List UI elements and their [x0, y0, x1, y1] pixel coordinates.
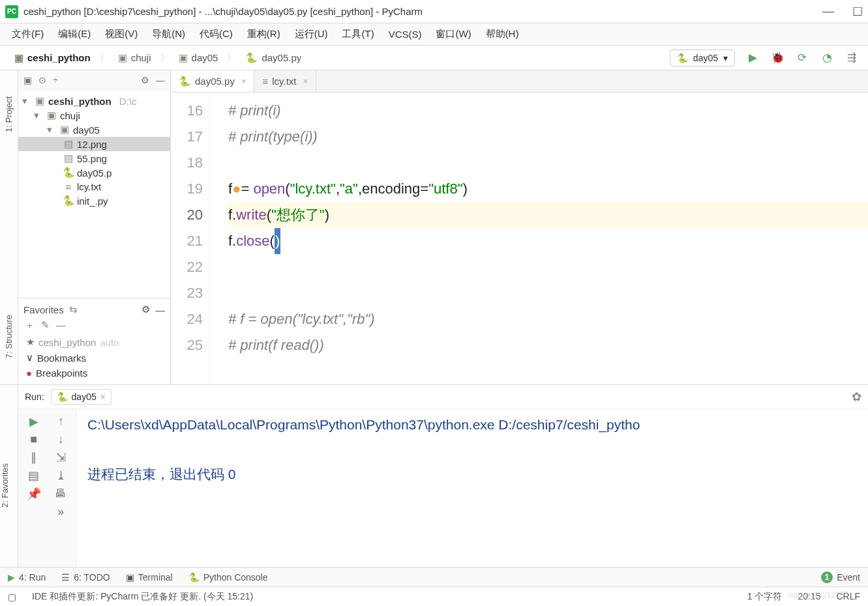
- hide-icon[interactable]: —: [155, 304, 165, 315]
- code-id: f.: [228, 207, 236, 223]
- tree-root[interactable]: ▾▣ ceshi_python D:\c: [18, 94, 170, 108]
- menu-file[interactable]: 文件(F): [12, 28, 44, 40]
- menu-navigate[interactable]: 导航(N): [152, 28, 185, 40]
- breadcrumb-chuji[interactable]: ▣ chuji: [113, 50, 157, 66]
- wrap-icon[interactable]: ⇲: [50, 450, 73, 465]
- menu-vcs[interactable]: VCS(S): [389, 29, 422, 40]
- tree-label: day05: [73, 124, 100, 136]
- tree-dir-day05[interactable]: ▾▣ day05: [18, 123, 170, 137]
- tree-label: 12.png: [77, 139, 107, 150]
- code-editor[interactable]: 16 17 18 19 20 21 22 23 24 25 # print(i)…: [171, 93, 868, 384]
- search-button[interactable]: ⇶: [845, 51, 859, 65]
- code-op: (: [267, 207, 271, 223]
- editor-tab-day05[interactable]: 🐍 day05.py ×: [171, 70, 254, 92]
- breadcrumb-root[interactable]: ▣ ceshi_python: [9, 50, 96, 66]
- breadcrumb-day05[interactable]: ▣ day05: [173, 50, 224, 66]
- favorite-project[interactable]: ★ ceshi_python auto: [23, 334, 165, 350]
- console-output[interactable]: C:\Users\xd\AppData\Local\Programs\Pytho…: [77, 409, 868, 567]
- hide-icon[interactable]: —: [156, 75, 165, 85]
- code-content[interactable]: # print(i) # print(type(i)) f●= open("lc…: [210, 93, 868, 384]
- layout-icon[interactable]: ▤: [22, 469, 46, 483]
- code-str: "utf8": [428, 180, 462, 197]
- close-icon[interactable]: ×: [100, 392, 106, 402]
- tw-todo[interactable]: ☰6: TODO: [61, 572, 110, 583]
- menu-help[interactable]: 帮助(H): [486, 28, 519, 40]
- rail-project[interactable]: 1: Project: [4, 96, 14, 132]
- line-number: 19: [171, 176, 203, 202]
- close-icon[interactable]: ×: [303, 76, 308, 86]
- collapse-icon[interactable]: ÷: [53, 75, 58, 85]
- run-tab[interactable]: 🐍 day05 ×: [51, 389, 112, 405]
- add-favorite-icon[interactable]: ＋: [25, 319, 35, 332]
- line-number: 16: [171, 98, 203, 124]
- python-icon: 🐍: [57, 392, 68, 402]
- tree-file-day05py[interactable]: 🐍day05.p: [18, 166, 170, 180]
- scroll-icon[interactable]: ⊙: [38, 75, 46, 85]
- profile-button[interactable]: ◔: [820, 51, 834, 65]
- close-icon[interactable]: ×: [241, 76, 247, 86]
- menu-bar: 文件(F) 编辑(E) 视图(V) 导航(N) 代码(C) 重构(R) 运行(U…: [0, 23, 868, 46]
- code-kwarg: encoding: [362, 180, 420, 197]
- pin-icon[interactable]: ⇆: [69, 304, 78, 315]
- tree-file-12png[interactable]: ▤12.png: [18, 137, 170, 151]
- tree-file-init[interactable]: 🐍init_.py: [18, 194, 170, 208]
- menu-code[interactable]: 代码(C): [200, 28, 233, 40]
- tw-terminal[interactable]: ▣Terminal: [126, 572, 173, 583]
- run-button[interactable]: ▶: [745, 51, 760, 65]
- editor-tabs: 🐍 day05.py × ≡ lcy.txt ×: [171, 70, 868, 93]
- down-icon[interactable]: ↓: [50, 433, 73, 446]
- editor-area: 🐍 day05.py × ≡ lcy.txt × 16 17 18 19 20 …: [171, 70, 868, 384]
- menu-refactor[interactable]: 重构(R): [247, 28, 280, 40]
- status-square-icon[interactable]: ▢: [8, 592, 16, 602]
- breadcrumb-file[interactable]: 🐍 day05.py: [240, 50, 307, 66]
- debug-button[interactable]: 🐞: [770, 51, 785, 65]
- scroll-end-icon[interactable]: ⤓: [50, 469, 73, 483]
- menu-edit[interactable]: 编辑(E): [58, 28, 91, 40]
- menu-tools[interactable]: 工具(T): [342, 28, 374, 40]
- navigation-bar: ▣ ceshi_python 〉 ▣ chuji 〉 ▣ day05 〉 🐍 d…: [0, 46, 868, 70]
- status-chars: 1 个字符: [747, 591, 783, 603]
- tw-event-log[interactable]: 1 Event: [821, 571, 860, 583]
- code-str: "a": [340, 180, 358, 197]
- pin-icon[interactable]: 📌: [22, 487, 46, 501]
- rerun-icon[interactable]: ▶: [22, 414, 46, 429]
- stop-icon[interactable]: ■: [22, 433, 46, 446]
- gear-icon[interactable]: ✿: [852, 390, 861, 404]
- run-tool-window: 2: Favorites Run: 🐍 day05 × ✿ ▶ ↑ ■ ↓ ∥ …: [0, 384, 868, 567]
- editor-tab-lcytxt[interactable]: ≡ lcy.txt ×: [254, 70, 316, 92]
- more-icon[interactable]: »: [50, 505, 73, 519]
- minimize-button[interactable]: —: [822, 5, 834, 19]
- code-id: f.: [228, 233, 236, 249]
- remove-favorite-icon[interactable]: —: [56, 319, 66, 332]
- editor-tab-label: lcy.txt: [272, 76, 296, 87]
- edit-favorite-icon[interactable]: ✎: [41, 319, 50, 332]
- tree-label: lcy.txt: [77, 181, 101, 192]
- print-icon[interactable]: 🖶: [50, 487, 73, 501]
- folder-icon: ▣: [14, 52, 23, 64]
- tree-dir-chuji[interactable]: ▾▣ chuji: [18, 108, 170, 123]
- menu-view[interactable]: 视图(V): [105, 28, 138, 40]
- select-opened-icon[interactable]: ▣: [23, 75, 32, 85]
- rail-structure[interactable]: 7: Structure: [4, 315, 14, 358]
- tw-run[interactable]: ▶4: Run: [8, 572, 46, 583]
- menu-window[interactable]: 窗口(W): [436, 28, 471, 40]
- gear-icon[interactable]: ⚙: [141, 75, 149, 85]
- code-comment: # print(i): [228, 102, 281, 119]
- tree-file-55png[interactable]: ▤55.png: [18, 151, 170, 166]
- tree-file-lcytxt[interactable]: ≡lcy.txt: [18, 180, 170, 194]
- rail-favorites[interactable]: 2: Favorites: [0, 463, 10, 508]
- code-str: "lcy.txt": [290, 180, 336, 197]
- favorite-bookmarks[interactable]: ∨Bookmarks: [23, 350, 165, 366]
- maximize-button[interactable]: ☐: [852, 5, 863, 19]
- text-file-icon: ≡: [262, 76, 268, 87]
- favorite-breakpoints[interactable]: ●Breakpoints: [23, 366, 165, 381]
- up-icon[interactable]: ↑: [50, 414, 73, 429]
- pause-icon[interactable]: ∥: [22, 450, 46, 465]
- coverage-button[interactable]: ⟳: [795, 51, 809, 65]
- tw-python-console[interactable]: 🐍Python Console: [188, 572, 268, 583]
- gear-icon[interactable]: ⚙: [142, 304, 150, 315]
- project-tree[interactable]: ▾▣ ceshi_python D:\c ▾▣ chuji ▾▣ day05 ▤…: [18, 90, 170, 298]
- python-icon: 🐍: [677, 53, 688, 63]
- menu-run[interactable]: 运行(U): [295, 28, 328, 40]
- run-config-selector[interactable]: 🐍 day05 ▾: [670, 50, 735, 66]
